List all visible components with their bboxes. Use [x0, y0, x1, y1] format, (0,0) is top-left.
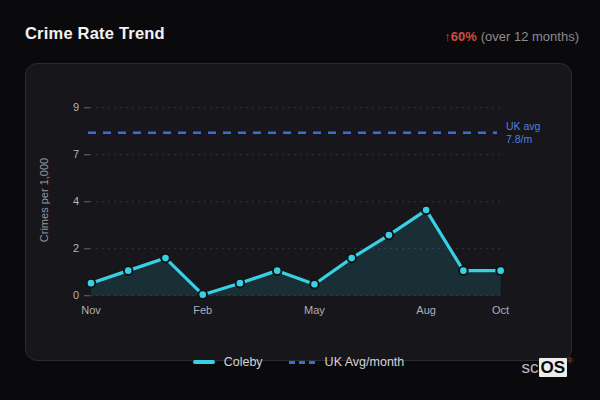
coleby-line-swatch-icon	[193, 360, 215, 364]
y-tick-label: 9	[73, 101, 79, 113]
data-point[interactable]	[236, 279, 245, 288]
crime-trend-chart: 02479Crimes per 1,000UK avg7.8/mNovFebMa…	[0, 0, 600, 400]
data-point[interactable]	[385, 231, 394, 240]
x-tick-label: Oct	[492, 304, 509, 316]
data-point[interactable]	[87, 279, 96, 288]
data-point[interactable]	[310, 280, 319, 289]
uk-avg-annotation: 7.8/m	[506, 133, 533, 145]
legend-item-coleby[interactable]: Coleby	[193, 355, 263, 369]
data-point[interactable]	[496, 266, 505, 275]
chart-legend: Coleby UK Avg/month	[25, 354, 572, 370]
y-axis-title: Crimes per 1,000	[38, 158, 50, 242]
uk-avg-annotation: UK avg	[506, 120, 541, 132]
data-point[interactable]	[347, 254, 356, 263]
legend-label: UK Avg/month	[325, 355, 405, 369]
x-tick-label: Feb	[193, 304, 212, 316]
y-tick-label: 7	[73, 148, 79, 160]
uk-avg-dashed-swatch-icon	[289, 361, 316, 364]
legend-item-uk-avg[interactable]: UK Avg/month	[289, 355, 405, 369]
x-tick-label: Nov	[81, 304, 101, 316]
y-tick-label: 4	[73, 195, 79, 207]
y-tick-label: 2	[73, 242, 79, 254]
data-point[interactable]	[161, 254, 170, 263]
scos-logo: sc OS ®	[522, 358, 573, 377]
data-point[interactable]	[422, 206, 431, 215]
x-tick-label: May	[304, 304, 325, 316]
registered-trademark-icon: ®	[567, 357, 573, 365]
logo-prefix: sc	[522, 358, 539, 377]
data-point[interactable]	[459, 266, 468, 275]
logo-boxed-text: OS	[539, 358, 568, 377]
legend-label: Coleby	[224, 355, 263, 369]
x-tick-label: Aug	[416, 304, 436, 316]
area-fill	[91, 210, 501, 296]
y-tick-label: 0	[73, 289, 79, 301]
data-point[interactable]	[273, 266, 282, 275]
data-point[interactable]	[124, 266, 133, 275]
data-point[interactable]	[198, 290, 207, 299]
